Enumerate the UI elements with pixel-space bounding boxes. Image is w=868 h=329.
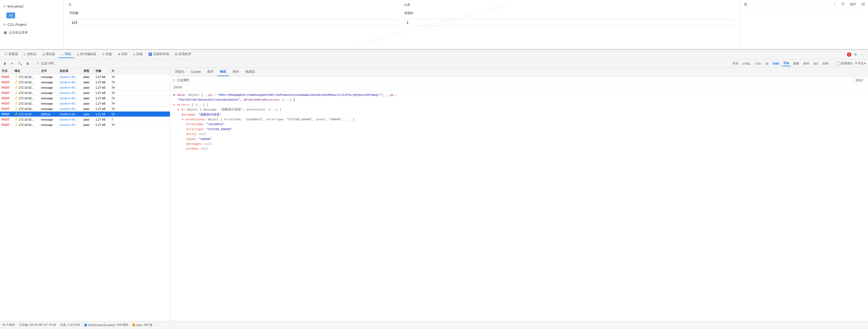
settings-btn[interactable]: ⊘ bbox=[25, 61, 30, 66]
cell-initiator: chunk-b~94... bbox=[58, 90, 82, 95]
search-btn[interactable]: 🔍 bbox=[17, 61, 23, 66]
data-triangle[interactable] bbox=[174, 93, 175, 97]
tab-cookie[interactable]: Cookie bbox=[188, 68, 204, 76]
cell-type: plain bbox=[82, 122, 94, 127]
filter-css[interactable]: CSS bbox=[753, 61, 763, 66]
table-row-selected[interactable]: POST ⚡172.16.62... MBDas chunk-b~94... p… bbox=[0, 112, 170, 117]
json-extend-value: null bbox=[201, 147, 208, 150]
table-row[interactable]: POST ⚡172.16.62... message chunk-b~94...… bbox=[0, 85, 170, 90]
cell-initiator: chunk-b~94... bbox=[58, 107, 82, 111]
json-pl-value: "WMcc/MD8qWgB3k+rKwD6npgOOc5UMt+5aPkpm22… bbox=[218, 93, 383, 97]
tab-console[interactable]: ▷ 控制台 bbox=[21, 51, 39, 58]
network-left: 方法 域名 文件 发起者 类型 传输 大 POST ⚡172.16.62... … bbox=[0, 68, 170, 321]
grid-icon-2: ⊞ bbox=[3, 23, 5, 26]
raw-button[interactable]: 原始C bbox=[853, 78, 866, 83]
table-row[interactable]: POST ⚡172.16.62... message chunk-b~94...… bbox=[0, 101, 170, 106]
extensions-triangle[interactable] bbox=[182, 118, 183, 121]
sidebar-item-ccl[interactable]: ⊞ CCL-Project bbox=[0, 21, 64, 29]
tab-request[interactable]: 请求 bbox=[205, 68, 216, 76]
table-row[interactable]: POST ⚡172.16.62... message chunk-b~94...… bbox=[0, 74, 170, 80]
json-messages-value: null bbox=[205, 142, 212, 145]
json-errortype-key: errorType bbox=[186, 128, 203, 131]
more-btn[interactable]: ⋯ bbox=[860, 52, 866, 57]
disable-cache-label[interactable]: 禁用缓存 bbox=[837, 61, 852, 65]
cell-file: message bbox=[39, 80, 58, 85]
table-row[interactable]: POST ⚡172.16.62... message chunk-b~94...… bbox=[0, 90, 170, 95]
completed-time: 完成: 2.30 分钟 bbox=[60, 323, 80, 327]
table-row[interactable]: POST ⚡172.16.62... message chunk-b~94...… bbox=[0, 106, 170, 112]
cell-initiator: chunk-b~94... bbox=[58, 117, 82, 122]
filter-html[interactable]: HTML bbox=[741, 61, 752, 66]
tab-timing[interactable]: 耗时 bbox=[230, 68, 242, 76]
tab-memory[interactable]: ⊕ 内存 bbox=[115, 51, 130, 58]
json-errorcode-key: errorCode bbox=[186, 122, 203, 126]
tab-performance[interactable]: ⊙ 性能 bbox=[99, 51, 115, 58]
cell-method: POST bbox=[0, 85, 13, 90]
tab-performance-label: 性能 bbox=[105, 52, 112, 56]
table-row[interactable]: POST ⚡172.16.62... message chunk-b~94...… bbox=[0, 80, 170, 85]
table-row[interactable]: POST ⚡172.16.62... message chunk-b~94...… bbox=[0, 122, 170, 128]
table-row[interactable]: POST ⚡172.16.62... message chunk-b~94...… bbox=[0, 95, 170, 101]
cell-domain: ⚡172.16.62... bbox=[13, 117, 39, 122]
cell-size: 74 bbox=[110, 107, 118, 111]
json-level-line: level: "ERROR" bbox=[174, 137, 865, 142]
json-data-b6-line: "b6e78b7d07d84ea4937ca5c69239a2ee", mbTa… bbox=[174, 98, 865, 102]
filter-font[interactable]: 字体 bbox=[782, 61, 790, 66]
sidebar-collapse[interactable]: 点击收起菜单 bbox=[0, 29, 64, 36]
table-row[interactable]: POST ⚡172.16.62... message chunk-b~94...… bbox=[0, 117, 170, 122]
error-badge: 2 bbox=[847, 52, 851, 57]
tab-stacktrace[interactable]: 栈跟踪 bbox=[243, 68, 258, 76]
tab-application[interactable]: ⊞ 应用程序 bbox=[172, 51, 194, 58]
load-dot bbox=[132, 324, 135, 326]
pause-btn[interactable]: ⏸ bbox=[2, 61, 7, 66]
tab-headers[interactable]: 消息头 bbox=[172, 68, 187, 76]
sidebar-item-label: test-pany2 bbox=[7, 4, 24, 8]
network-right: 消息头 Cookie 请求 响应 耗时 栈跟踪 ▽ 过滤属性 原始C JSON bbox=[170, 68, 868, 321]
application-icon: ⊞ bbox=[175, 52, 177, 56]
url-filter-area: ▽ 过滤 URL bbox=[37, 61, 69, 66]
cell-method: POST bbox=[0, 122, 13, 127]
cell-method: POST bbox=[0, 107, 13, 111]
filter-triangle: ▽ bbox=[172, 79, 175, 82]
add-button[interactable]: ad bbox=[6, 12, 15, 18]
filter-ws[interactable]: WS bbox=[812, 61, 820, 66]
filter-other[interactable]: 其他 bbox=[821, 61, 830, 66]
json-err0-key: 0 bbox=[181, 108, 183, 111]
json-message-key: message bbox=[182, 113, 195, 116]
filter-media[interactable]: 媒体 bbox=[802, 61, 811, 66]
tab-debugger[interactable]: {} 调试器 bbox=[40, 51, 58, 58]
no-throttle[interactable]: 不节流 ▾ bbox=[855, 61, 866, 65]
cell-method: POST bbox=[0, 112, 13, 117]
errors-triangle[interactable] bbox=[174, 103, 175, 107]
tab-response[interactable]: 响应 bbox=[217, 68, 229, 76]
rph-dots: ⋮ bbox=[833, 2, 836, 7]
devtools-toolbar: ☐ 查看器 ▷ 控制台 {} 调试器 ↑↓ 网络 {} 样式编辑器 ⊙ 性能 ⊕… bbox=[0, 50, 868, 59]
tab-network[interactable]: ↑↓ 网络 bbox=[58, 51, 74, 58]
filter-all[interactable]: 所有 bbox=[731, 61, 740, 66]
right-panel: 源 ⋮ 字 操作 囧 bbox=[740, 0, 868, 49]
field1-input[interactable] bbox=[69, 19, 400, 26]
clear-btn[interactable]: ＋ bbox=[9, 61, 15, 66]
json-view: data: Object { __pl_: "WMcc/MD8qWgB3k+rK… bbox=[170, 90, 868, 321]
filter-js[interactable]: JS bbox=[764, 61, 770, 66]
tab-accessibility[interactable]: ♿ 无障碍环境 bbox=[146, 51, 172, 58]
field2-input[interactable] bbox=[404, 19, 735, 26]
cell-size: 74 bbox=[110, 90, 118, 95]
collapse-icon bbox=[4, 31, 7, 34]
filter-xhr[interactable]: XHR bbox=[771, 61, 780, 66]
json-errors-bracket: [ {...} ] bbox=[192, 103, 209, 107]
performance-icon: ⊙ bbox=[102, 52, 104, 56]
tab-storage[interactable]: ≡ 存储 bbox=[131, 51, 145, 58]
err0-triangle[interactable] bbox=[178, 108, 179, 111]
filter-image[interactable]: 图像 bbox=[792, 61, 801, 66]
cell-domain: ⚡172.16.62... bbox=[13, 112, 39, 117]
devtools-body: 方法 域名 文件 发起者 类型 传输 大 POST ⚡172.16.62... … bbox=[0, 68, 868, 321]
tab-style-editor[interactable]: {} 样式编辑器 bbox=[74, 51, 99, 58]
json-type-label: JSON bbox=[170, 84, 868, 90]
dock-btn[interactable]: ⧉ bbox=[853, 52, 858, 57]
sidebar-item-test-pany2[interactable]: ⊞ test-pany2 bbox=[0, 2, 64, 10]
disable-cache-checkbox[interactable] bbox=[837, 62, 840, 65]
tab-inspector[interactable]: ☐ 查看器 bbox=[2, 51, 21, 58]
field2-input-group bbox=[404, 19, 735, 26]
col-file: 文件 bbox=[39, 68, 58, 74]
